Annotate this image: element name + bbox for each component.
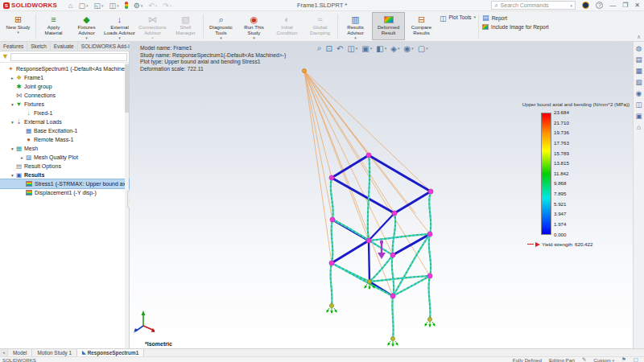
close-button[interactable]: ✕ bbox=[634, 2, 640, 9]
status-app-label: SOLIDWORKS bbox=[2, 357, 36, 362]
save-icon[interactable]: ◫▾ bbox=[109, 2, 119, 10]
options-icon[interactable]: ⚙▾ bbox=[134, 2, 143, 10]
ribbon-collapse-chevron[interactable]: ∧ bbox=[637, 34, 641, 40]
legend-color-bar bbox=[541, 113, 551, 235]
part-icon: ❖ bbox=[15, 74, 23, 81]
view-orientation-label: *Isometric bbox=[145, 341, 172, 347]
tab-motion-study-1[interactable]: Motion Study 1 bbox=[32, 349, 77, 356]
help-icon[interactable]: ? bbox=[596, 2, 603, 9]
external-loads-icon: ⇣ bbox=[15, 118, 23, 125]
tree-filter-input[interactable] bbox=[10, 53, 127, 61]
search-input[interactable]: ⌕ Search Commands ▾ bbox=[491, 1, 576, 10]
results-folder-icon: ▣ bbox=[15, 171, 23, 179]
solidworks-logo-text: SOLIDWORKS bbox=[11, 2, 57, 9]
include-image-for-report-button[interactable]: Include Image for Report bbox=[482, 24, 549, 30]
external-loads-advisor-button[interactable]: ↓ External Loads Advisor ▾ bbox=[103, 12, 136, 40]
fixtures-advisor-button[interactable]: ◆ Fixtures Advisor ▾ bbox=[70, 12, 103, 40]
base-excitation-icon: ▦ bbox=[25, 127, 32, 134]
home-icon[interactable]: ⌂ bbox=[68, 2, 72, 10]
command-manager-tabs: Features Sketch Evaluate SOLIDWORKS Add-… bbox=[0, 42, 129, 51]
tree-item-result-options[interactable]: ▤Result Options bbox=[0, 162, 129, 171]
open-icon[interactable]: ◱▾ bbox=[94, 2, 104, 10]
filter-funnel-icon[interactable]: ▼ bbox=[2, 53, 9, 60]
solidworks-resources-icon[interactable]: ◍ bbox=[636, 45, 642, 52]
zoom-to-area-icon[interactable]: ⊡ bbox=[326, 44, 332, 53]
compare-results-button[interactable]: ⊟ Compare Results bbox=[405, 12, 438, 40]
apply-material-button[interactable]: ≡ Apply Material bbox=[37, 12, 70, 40]
display-state-icon[interactable]: ▢ bbox=[634, 356, 638, 362]
file-explorer-icon[interactable]: ▦ bbox=[635, 68, 642, 75]
tree-item-mesh-quality-plot[interactable]: ▸▨Mesh Quality Plot bbox=[0, 153, 129, 162]
solidworks-logo-icon: S bbox=[3, 2, 10, 9]
hide-show-items-icon[interactable]: ◈▾ bbox=[390, 44, 399, 53]
tab-response-spectrum-1[interactable]: ◣ ResponseSpectrum1 bbox=[77, 349, 144, 356]
undo-icon[interactable]: ↶▾ bbox=[148, 2, 157, 10]
tab-scroll-left-button[interactable]: ◂ bbox=[0, 349, 8, 356]
graphics-viewport[interactable]: Model name: Frame1 Study name: ResponseS… bbox=[130, 42, 633, 348]
fixtures-icon: ▼ bbox=[15, 101, 23, 108]
tree-item-joint-group[interactable]: ✱Joint group bbox=[0, 82, 129, 91]
heads-up-view-toolbar: ⌕ ⊡ ↶ ◫▾ ▣▾ ◧▾ ◈▾ ◉▾ ▢▾ bbox=[317, 43, 428, 53]
search-icon: ⌕ bbox=[494, 2, 497, 10]
tree-item-fixed-1[interactable]: ↓Fixed-1 bbox=[0, 109, 129, 117]
tree-item-base-excitation-1[interactable]: ▦Base Excitation-1 bbox=[0, 126, 129, 135]
view-settings-icon[interactable]: ▢▾ bbox=[418, 44, 428, 53]
plot-tools-icon: ◫ bbox=[440, 14, 447, 23]
view-orientation-icon[interactable]: ▣▾ bbox=[361, 44, 372, 53]
mesh-icon: ▦ bbox=[15, 145, 23, 152]
home-icon[interactable]: ⌂ bbox=[637, 124, 641, 131]
displacement-plot-icon bbox=[26, 190, 32, 195]
tree-item-study-root[interactable]: ✦ResponseSpectrum1 (-Default<As Machined… bbox=[0, 64, 129, 73]
tree-item-external-loads[interactable]: ▾⇣External Loads bbox=[0, 117, 129, 126]
appearances-icon[interactable]: ◉ bbox=[636, 90, 642, 97]
forum-icon[interactable]: ▣ bbox=[635, 113, 642, 120]
diagnostic-tools-button[interactable]: ⌕ Diagnostic Tools ▾ bbox=[204, 12, 237, 40]
view-palette-icon[interactable]: ▧ bbox=[635, 79, 642, 86]
results-advisor-button[interactable]: ▥ Results Advisor ▾ bbox=[339, 12, 372, 40]
restore-button[interactable]: ❐ bbox=[622, 2, 628, 9]
deformed-result-button[interactable]: Deformed Result bbox=[372, 12, 405, 40]
previous-view-icon[interactable]: ↶ bbox=[336, 44, 343, 53]
tree-item-mesh[interactable]: ▾▦Mesh bbox=[0, 144, 129, 153]
new-study-button[interactable]: ⊞ New Study ▾ bbox=[2, 12, 35, 40]
orientation-triad bbox=[131, 307, 160, 336]
search-caret-icon[interactable]: ▾ bbox=[571, 3, 573, 8]
tree-item-frame1[interactable]: ▸❖Frame1 bbox=[0, 73, 129, 82]
edit-appearance-icon[interactable]: ◉▾ bbox=[404, 44, 414, 53]
tab-features[interactable]: Features bbox=[0, 42, 27, 51]
status-fully-defined: Fully Defined bbox=[513, 357, 542, 362]
tab-model[interactable]: Model bbox=[8, 349, 32, 356]
custom-properties-icon[interactable]: ◫ bbox=[635, 101, 642, 109]
minimize-button[interactable]: — bbox=[609, 2, 616, 9]
include-image-icon bbox=[482, 24, 489, 30]
yield-strength-marker: Yield strength: 620.422 bbox=[527, 241, 592, 247]
plot-tools-button[interactable]: ◫ Plot Tools ▾ bbox=[438, 12, 477, 40]
display-style-icon[interactable]: ◧▾ bbox=[376, 44, 386, 53]
study-tab-icon: ◣ bbox=[82, 349, 86, 356]
user-account-icon[interactable] bbox=[582, 2, 589, 9]
design-library-icon[interactable]: ▤ bbox=[635, 56, 642, 64]
report-button[interactable]: ▤ Report bbox=[482, 14, 549, 22]
section-view-icon[interactable]: ◫▾ bbox=[347, 44, 357, 53]
tab-evaluate[interactable]: Evaluate bbox=[51, 42, 78, 51]
title-bar: S SOLIDWORKS ⌂ ▢▾ ◱▾ ◫▾ ⚙▾ ↶▾ ↷▾ Frame1.… bbox=[0, 0, 644, 11]
zoom-to-fit-icon[interactable]: ⌕ bbox=[317, 43, 322, 53]
tree-item-results[interactable]: ▾▣Results bbox=[0, 171, 129, 179]
units-selector[interactable]: Custom ▾ bbox=[593, 357, 614, 362]
tree-item-stress1[interactable]: Stress1 (-STRMAX: Upper bound axial and … bbox=[0, 179, 129, 188]
tag-icon[interactable]: ⚑ bbox=[621, 356, 626, 362]
new-document-icon[interactable]: ▢▾ bbox=[79, 2, 89, 10]
rebuild-icon[interactable] bbox=[125, 2, 128, 9]
mesh-quality-plot-icon: ▨ bbox=[25, 154, 32, 161]
tree-item-remote-mass-1[interactable]: ●Remote Mass-1 bbox=[0, 135, 129, 144]
tree-item-connections[interactable]: ⋈Connections bbox=[0, 91, 129, 100]
global-damping-button: ≈ Global Damping bbox=[303, 12, 336, 40]
search-placeholder: Search Commands bbox=[501, 2, 568, 8]
fixed-geometry-icon: ↓ bbox=[25, 109, 32, 117]
tree-item-fixtures[interactable]: ▾▼Fixtures bbox=[0, 100, 129, 109]
tree-item-displacement1[interactable]: Displacement1 (-Y disp-) bbox=[0, 188, 129, 197]
tab-sketch[interactable]: Sketch bbox=[27, 42, 51, 51]
run-this-study-button[interactable]: ◉ Run This Study ▾ bbox=[237, 12, 270, 40]
initial-condition-button: ◐ Initial Condition bbox=[270, 12, 303, 40]
redo-icon[interactable]: ↷▾ bbox=[163, 2, 171, 10]
